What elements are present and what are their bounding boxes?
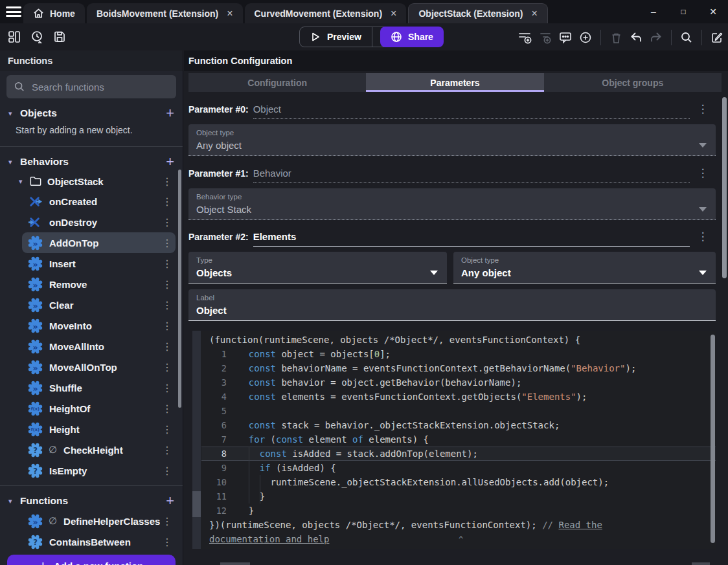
item-menu-icon[interactable]: ⋮: [160, 515, 174, 527]
function-item-MoveInto[interactable]: »MoveInto⋮: [22, 315, 176, 336]
documentation-link[interactable]: documentation and help: [209, 534, 329, 544]
item-menu-icon[interactable]: ⋮: [160, 278, 174, 291]
item-menu-icon[interactable]: ⋮: [160, 423, 174, 436]
menu-icon[interactable]: [6, 6, 21, 17]
item-menu-icon[interactable]: ⋮: [160, 237, 174, 249]
function-item-MoveAllInto[interactable]: »MoveAllInto⋮: [22, 336, 176, 357]
window-tab[interactable]: ObjectStack (Extension)×: [408, 3, 547, 23]
code-line[interactable]: 1 const object = objects[0];: [201, 347, 716, 361]
function-item-Shuffle[interactable]: »Shuffle⋮: [22, 377, 176, 398]
label-field[interactable]: Label Object: [188, 289, 716, 321]
comment-icon[interactable]: [558, 30, 573, 45]
code-line[interactable]: 11 }: [201, 489, 716, 504]
window-tab[interactable]: Home: [23, 3, 85, 23]
add-new-function-button[interactable]: + Add a new function: [7, 555, 176, 565]
item-menu-icon[interactable]: ⋮: [160, 175, 174, 188]
item-menu-icon[interactable]: ⋮: [160, 361, 174, 373]
code-line[interactable]: 9 if (isAdded) {: [201, 461, 716, 475]
object-type-select[interactable]: Object type Any object: [188, 124, 716, 156]
sidebar-scrollbar[interactable]: [178, 170, 181, 408]
minimize-button[interactable]: –: [639, 6, 668, 17]
parameter-name-input[interactable]: Behavior: [253, 168, 690, 183]
add-object-button[interactable]: +: [166, 106, 174, 120]
search-functions-box[interactable]: [6, 75, 176, 98]
parameter-menu-icon[interactable]: ⋮: [690, 166, 716, 180]
item-menu-icon[interactable]: ⋮: [160, 465, 174, 477]
item-menu-icon[interactable]: ⋮: [160, 403, 174, 415]
section-functions[interactable]: ▾ Functions +: [0, 491, 183, 511]
function-item-MoveAllOnTop[interactable]: »MoveAllOnTop⋮: [22, 357, 176, 377]
behavior-type-select[interactable]: Behavior type Object Stack: [188, 188, 716, 220]
item-menu-icon[interactable]: ⋮: [160, 216, 174, 228]
code-line[interactable]: 6 const stack = behavior._objectStackExt…: [201, 418, 716, 432]
add-behavior-button[interactable]: +: [166, 155, 174, 169]
type-select[interactable]: Type Objects: [188, 252, 447, 283]
trash-icon[interactable]: [609, 30, 623, 45]
parameter-menu-icon[interactable]: ⋮: [690, 102, 716, 116]
code-line[interactable]: })(runtimeScene, objects /*Object*/, eve…: [201, 518, 716, 532]
code-line-highlighted[interactable]: 8 const isAdded = stack.addOnTop(element…: [201, 447, 716, 461]
undo-icon[interactable]: [629, 30, 643, 45]
section-objects[interactable]: ▾ Objects +: [0, 104, 183, 123]
main-scrollbar[interactable]: [722, 97, 727, 278]
behavior-group-objectstack[interactable]: ▾ ObjectStack ⋮: [0, 172, 183, 191]
function-item-AddOnTop[interactable]: »AddOnTop⋮: [22, 232, 176, 253]
tab-object-groups[interactable]: Object groups: [544, 73, 722, 92]
function-item-Clear[interactable]: »Clear⋮: [22, 294, 176, 315]
function-item-Remove[interactable]: »Remove⋮: [22, 274, 176, 294]
close-window-button[interactable]: ✕: [698, 6, 728, 17]
code-line[interactable]: 7 for (const element of elements) {: [201, 432, 716, 447]
code-line[interactable]: 12 }: [201, 504, 716, 518]
edit-icon[interactable]: [710, 30, 724, 45]
window-tab[interactable]: BoidsMovement (Extension)×: [87, 3, 243, 23]
tab-close-icon[interactable]: ×: [227, 8, 233, 19]
history-icon[interactable]: [30, 30, 44, 44]
code-scrollbar[interactable]: [711, 335, 715, 543]
item-menu-icon[interactable]: ⋮: [160, 258, 174, 270]
share-button[interactable]: Share: [380, 27, 444, 47]
code-line[interactable]: 10 runtimeScene._objectStackExtension.al…: [201, 475, 716, 489]
function-item-HeightOf[interactable]: f(x)HeightOf⋮: [22, 398, 176, 419]
item-menu-icon[interactable]: ⋮: [160, 195, 174, 208]
window-tab[interactable]: CurvedMovement (Extension)×: [245, 3, 407, 23]
add-subevent-icon[interactable]: [538, 30, 552, 45]
function-item-DefineHelperClasses[interactable]: »∅DefineHelperClasses⋮: [22, 511, 176, 531]
section-behaviors[interactable]: ▾ Behaviors +: [0, 152, 183, 172]
add-event-icon[interactable]: [518, 30, 532, 45]
tab-configuration[interactable]: Configuration: [188, 73, 366, 92]
function-item-onCreated[interactable]: onCreated⋮: [22, 191, 176, 212]
item-menu-icon[interactable]: ⋮: [160, 320, 174, 332]
parameter-name-input[interactable]: Elements: [253, 231, 690, 247]
item-menu-icon[interactable]: ⋮: [160, 536, 174, 548]
add-function-plus-button[interactable]: +: [166, 494, 174, 508]
item-menu-icon[interactable]: ⋮: [160, 382, 174, 394]
function-item-ContainsBetween[interactable]: ?ContainsBetween⋮: [22, 531, 176, 552]
code-line[interactable]: 3 const behavior = object.getBehavior(be…: [201, 375, 716, 390]
item-menu-icon[interactable]: ⋮: [160, 444, 174, 456]
function-item-IsEmpty[interactable]: ?IsEmpty⋮: [22, 460, 176, 481]
code-line[interactable]: 2 const behaviorName = eventsFunctionCon…: [201, 361, 716, 375]
save-icon[interactable]: [52, 30, 67, 44]
function-item-onDestroy[interactable]: onDestroy⋮: [22, 212, 176, 232]
search-icon[interactable]: [679, 30, 694, 45]
function-item-Height[interactable]: f(x)Height⋮: [22, 419, 176, 439]
code-line[interactable]: 5: [201, 404, 716, 418]
item-menu-icon[interactable]: ⋮: [160, 299, 174, 311]
documentation-link[interactable]: Read the: [558, 520, 602, 530]
add-circle-icon[interactable]: [578, 30, 593, 45]
panels-icon[interactable]: [7, 30, 21, 44]
search-functions-input[interactable]: [32, 82, 169, 93]
code-editor-rail-thumb[interactable]: [192, 491, 201, 517]
function-item-Insert[interactable]: »Insert⋮: [22, 253, 176, 274]
redo-icon[interactable]: [649, 30, 663, 45]
function-item-CheckHeight[interactable]: ?∅CheckHeight⋮: [22, 439, 176, 460]
tab-parameters[interactable]: Parameters: [366, 73, 543, 92]
parameter-name-input[interactable]: Object: [253, 104, 690, 119]
maximize-button[interactable]: □: [668, 7, 698, 16]
item-menu-icon[interactable]: ⋮: [160, 340, 174, 353]
preview-button[interactable]: Preview: [300, 27, 372, 47]
code-line[interactable]: (function(runtimeScene, objects /*Object…: [201, 333, 716, 347]
object-type-select[interactable]: Object type Any object: [453, 252, 716, 283]
javascript-code-editor[interactable]: ^ (function(runtimeScene, objects /*Obje…: [201, 331, 716, 549]
parameter-menu-icon[interactable]: ⋮: [690, 230, 716, 243]
